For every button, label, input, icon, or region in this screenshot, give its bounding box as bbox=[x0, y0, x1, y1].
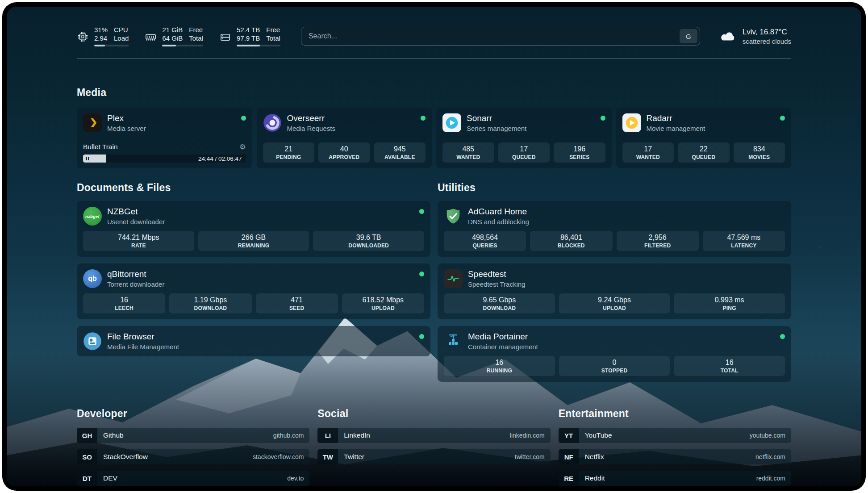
stat-series: 196 SERIES bbox=[554, 142, 605, 163]
service-card-portainer[interactable]: Media Portainer Container management 16 … bbox=[438, 326, 791, 382]
cpu-progress-bar bbox=[94, 45, 129, 46]
service-subtitle: DNS and adblocking bbox=[468, 218, 529, 226]
speedtest-icon bbox=[444, 269, 463, 288]
playback-progress-bar[interactable]: 24:44 / 02:06:47 bbox=[83, 155, 246, 163]
pause-icon[interactable] bbox=[86, 157, 89, 160]
disk-total-label: Total bbox=[266, 34, 280, 43]
bookmark-dev[interactable]: DT DEV dev.to bbox=[77, 471, 309, 486]
search-input[interactable] bbox=[309, 32, 680, 40]
bookmark-reddit[interactable]: RE Reddit reddit.com bbox=[559, 471, 791, 486]
stat-available: 945 AVAILABLE bbox=[374, 142, 426, 163]
service-subtitle: Media File Management bbox=[107, 343, 179, 351]
service-name: qBittorrent bbox=[107, 269, 164, 279]
service-card-overseerr[interactable]: Overseerr Media Requests 21 PENDING bbox=[257, 108, 432, 168]
window-chrome: 31% 2.94 CPU Load bbox=[2, 2, 866, 491]
bookmark-abbr: RE bbox=[559, 471, 579, 486]
service-subtitle: Speedtest Tracking bbox=[468, 280, 525, 288]
cloud-icon bbox=[719, 29, 737, 43]
section-title-developer: Developer bbox=[77, 408, 309, 420]
service-card-plex[interactable]: Plex Media server Bullet Train ⚙ bbox=[77, 108, 252, 168]
section-media: Media Plex Media server bbox=[77, 87, 791, 168]
homepage-dashboard: 31% 2.94 CPU Load bbox=[7, 7, 861, 486]
section-documents: Documents & Files nzbget NZBGet bbox=[77, 182, 430, 356]
memory-free-value: 21 GiB bbox=[162, 26, 183, 34]
service-card-filebrowser[interactable]: File Browser Media File Management bbox=[77, 326, 430, 356]
bookmark-url: youtube.com bbox=[750, 428, 791, 443]
service-card-sonarr[interactable]: Sonarr Series management 485 WANTED bbox=[436, 108, 612, 168]
bookmarks-area: Developer GH Github github.com SO StackO… bbox=[77, 408, 791, 486]
bookmark-name: StackOverflow bbox=[97, 449, 154, 464]
stat-seed: 471 SEED bbox=[256, 293, 338, 313]
section-title-documents: Documents & Files bbox=[77, 182, 430, 194]
bookmark-name: Twitter bbox=[338, 449, 370, 464]
qbittorrent-icon-text: qb bbox=[88, 275, 97, 283]
bookmark-abbr: TW bbox=[317, 449, 338, 464]
bookmark-url: github.com bbox=[273, 428, 309, 443]
now-playing-title: Bullet Train bbox=[83, 143, 118, 151]
bookmark-url: stackoverflow.com bbox=[253, 449, 309, 464]
service-name: Plex bbox=[107, 113, 146, 123]
plex-icon bbox=[83, 113, 102, 132]
stat-latency: 47.569 ms LATENCY bbox=[703, 231, 785, 251]
memory-free-label: Free bbox=[189, 26, 203, 34]
service-subtitle: Container management bbox=[468, 343, 538, 351]
service-name: Media Portainer bbox=[468, 332, 538, 342]
service-card-qbittorrent[interactable]: qb qBittorrent Torrent downloader bbox=[77, 263, 430, 319]
bookmark-abbr: NF bbox=[559, 449, 579, 464]
radarr-icon bbox=[622, 113, 641, 132]
app-window: 31% 2.94 CPU Load bbox=[0, 0, 868, 493]
service-name: AdGuard Home bbox=[468, 207, 529, 217]
stat-blocked: 86,401 BLOCKED bbox=[530, 231, 612, 251]
disk-icon bbox=[219, 31, 231, 43]
search-provider-button[interactable]: G bbox=[680, 29, 697, 43]
section-utilities: Utilities bbox=[438, 182, 791, 382]
qbittorrent-icon: qb bbox=[83, 269, 102, 288]
settings-gear-icon[interactable]: ⚙ bbox=[239, 143, 246, 150]
service-card-nzbget[interactable]: nzbget NZBGet Usenet downloader bbox=[77, 201, 430, 257]
search-bar: G bbox=[301, 27, 700, 46]
section-title-social: Social bbox=[317, 408, 550, 420]
service-card-adguard[interactable]: AdGuard Home DNS and adblocking 498,564 … bbox=[438, 201, 791, 257]
bookmark-group-developer: Developer GH Github github.com SO StackO… bbox=[77, 408, 309, 486]
section-title-entertainment: Entertainment bbox=[559, 408, 791, 420]
dashboard-content: 31% 2.94 CPU Load bbox=[77, 7, 791, 486]
stat-total: 16 TOTAL bbox=[674, 356, 785, 376]
filebrowser-icon bbox=[83, 332, 102, 351]
service-subtitle: Media server bbox=[107, 125, 146, 132]
memory-total-label: Total bbox=[189, 34, 203, 43]
bookmark-netflix[interactable]: NF Netflix netflix.com bbox=[559, 449, 791, 464]
stat-movies: 834 MOVIES bbox=[734, 142, 785, 163]
bookmark-youtube[interactable]: YT YouTube youtube.com bbox=[559, 428, 791, 443]
resource-widgets: 31% 2.94 CPU Load bbox=[77, 26, 280, 47]
stat-download: 9.65 Gbps DOWNLOAD bbox=[444, 293, 555, 313]
stat-queries: 498,564 QUERIES bbox=[444, 231, 526, 251]
disk-progress-fill bbox=[237, 45, 260, 46]
header-divider bbox=[77, 58, 791, 59]
stat-running: 16 RUNNING bbox=[444, 356, 555, 376]
bookmark-github[interactable]: GH Github github.com bbox=[77, 428, 309, 443]
stat-pending: 21 PENDING bbox=[263, 142, 315, 163]
bookmark-twitter[interactable]: TW Twitter twitter.com bbox=[317, 449, 550, 464]
bookmark-name: LinkedIn bbox=[338, 428, 376, 443]
memory-progress-fill bbox=[162, 45, 175, 46]
bookmark-abbr: YT bbox=[559, 428, 579, 443]
bookmark-name: Github bbox=[97, 428, 129, 443]
stat-downloaded: 39.6 TB DOWNLOADED bbox=[313, 231, 424, 251]
status-dot bbox=[780, 334, 785, 339]
bookmark-url: netflix.com bbox=[755, 449, 791, 464]
status-dot bbox=[419, 209, 424, 214]
memory-icon bbox=[145, 31, 157, 43]
weather-widget[interactable]: Lviv, 16.87°C scattered clouds bbox=[719, 28, 791, 45]
playback-time: 24:44 / 02:06:47 bbox=[198, 155, 242, 162]
service-card-radarr[interactable]: Radarr Movie management 17 WANTED bbox=[616, 108, 792, 168]
nzbget-icon: nzbget bbox=[83, 207, 102, 226]
bookmark-abbr: LI bbox=[317, 428, 338, 443]
weather-condition: scattered clouds bbox=[743, 38, 791, 45]
bookmark-stackoverflow[interactable]: SO StackOverflow stackoverflow.com bbox=[77, 449, 309, 464]
bookmark-linkedin[interactable]: LI LinkedIn linkedin.com bbox=[317, 428, 550, 443]
service-card-speedtest[interactable]: Speedtest Speedtest Tracking 9.65 Gbps D… bbox=[438, 263, 791, 319]
sonarr-icon bbox=[442, 113, 461, 132]
bookmark-group-entertainment: Entertainment YT YouTube youtube.com NF … bbox=[559, 408, 791, 486]
stat-approved: 40 APPROVED bbox=[318, 142, 370, 163]
stat-rate: 744.21 Mbps RATE bbox=[83, 231, 194, 251]
